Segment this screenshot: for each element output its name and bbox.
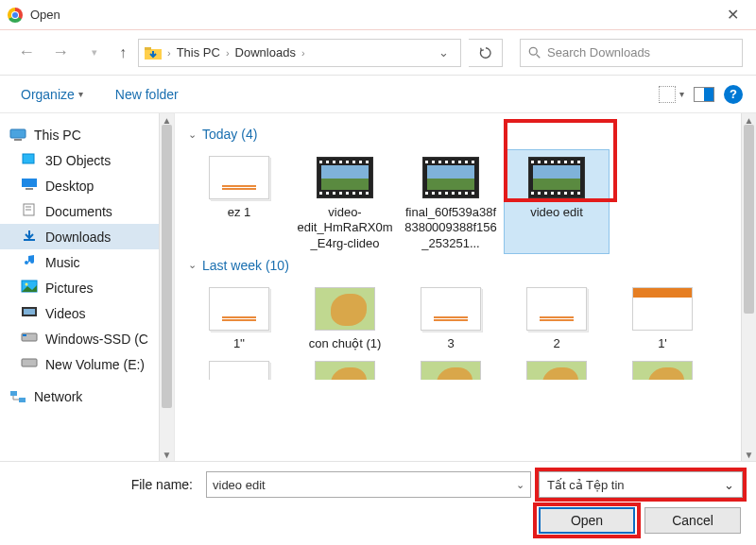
- titlebar: Open ✕: [0, 0, 756, 30]
- open-button[interactable]: Open: [539, 507, 635, 534]
- body: This PC 3D ObjectsDesktopDocumentsDownlo…: [0, 113, 756, 461]
- tree-item-documents[interactable]: Documents: [0, 198, 174, 224]
- search-box[interactable]: Search Downloads: [520, 39, 743, 67]
- preview-pane-button[interactable]: [694, 87, 714, 102]
- svg-rect-7: [22, 179, 37, 187]
- search-icon: [528, 46, 541, 60]
- tree-item-videos[interactable]: Videos: [0, 300, 174, 326]
- path-sep-icon: ›: [162, 47, 177, 59]
- view-mode-button[interactable]: ▾: [659, 86, 684, 103]
- new-folder-button[interactable]: New folder: [108, 83, 186, 106]
- tree-scrollbar[interactable]: ▲ ▼: [159, 113, 174, 461]
- tree-item-desktop[interactable]: Desktop: [0, 173, 174, 198]
- svg-rect-19: [22, 359, 37, 366]
- content-scrollbar[interactable]: ▲ ▼: [741, 113, 756, 461]
- svg-point-14: [26, 283, 28, 286]
- view-grid-icon: [659, 86, 676, 103]
- group-header[interactable]: ⌄Last week (10): [186, 254, 748, 281]
- file-item[interactable]: [504, 358, 610, 381]
- tree-item-label: 3D Objects: [45, 153, 111, 168]
- footer: File name: video edit ⌄ Tất cả Tệp tin ⌄…: [0, 461, 756, 543]
- scroll-thumb[interactable]: [744, 125, 754, 314]
- file-name-input[interactable]: video edit ⌄: [206, 471, 531, 498]
- path-segment-root[interactable]: This PC: [177, 45, 220, 60]
- pc-icon: [9, 128, 26, 142]
- desktop-icon: [21, 178, 38, 194]
- tree-item-3d-objects[interactable]: 3D Objects: [0, 147, 174, 173]
- file-label: video-edit_HmRaRX0m_E4rg-clideo: [297, 205, 393, 251]
- cancel-button[interactable]: Cancel: [644, 507, 741, 534]
- file-item[interactable]: con chuột (1): [292, 281, 398, 354]
- svg-rect-4: [10, 129, 26, 138]
- file-item[interactable]: [610, 358, 715, 381]
- nav-bar: ← → ▾ ↑ › This PC › Downloads › ⌄ Search…: [0, 30, 756, 76]
- file-type-filter[interactable]: Tất cả Tệp tin ⌄: [539, 471, 743, 498]
- music-icon: [21, 254, 38, 270]
- network-icon: [9, 390, 26, 403]
- chevron-down-icon[interactable]: ⌄: [724, 478, 734, 492]
- file-label: 1'': [191, 336, 287, 351]
- svg-rect-1: [145, 47, 151, 50]
- file-item[interactable]: [398, 358, 504, 381]
- file-item[interactable]: video-edit_HmRaRX0m_E4rg-clideo: [292, 149, 398, 254]
- hdd-icon: [21, 356, 38, 372]
- tree-network[interactable]: Network: [0, 384, 174, 409]
- downloads-folder-icon: [145, 46, 162, 60]
- dl-icon: [21, 229, 38, 245]
- file-item[interactable]: video edit: [504, 149, 610, 254]
- svg-rect-16: [24, 309, 35, 315]
- chevron-down-icon: ▾: [679, 89, 684, 99]
- search-placeholder: Search Downloads: [547, 45, 650, 60]
- video-icon: [21, 305, 38, 321]
- tree-item-downloads[interactable]: Downloads: [0, 224, 174, 249]
- file-name-label: File name:: [13, 477, 198, 492]
- file-label: 3: [403, 336, 499, 351]
- organize-button[interactable]: Organize ▾: [13, 83, 91, 106]
- file-label: video edit: [508, 205, 605, 220]
- nav-forward: →: [47, 40, 74, 66]
- path-sep-icon: ›: [296, 47, 311, 59]
- file-item[interactable]: 3: [398, 281, 504, 354]
- path-segment-current[interactable]: Downloads: [235, 45, 296, 60]
- tree-item-label: Desktop: [45, 179, 94, 194]
- scroll-thumb[interactable]: [162, 125, 172, 408]
- nav-up[interactable]: ↑: [115, 44, 130, 61]
- address-bar[interactable]: › This PC › Downloads › ⌄: [138, 39, 461, 67]
- tree-item-label: Pictures: [45, 281, 94, 296]
- chevron-down-icon[interactable]: ⌄: [516, 479, 524, 491]
- svg-rect-8: [26, 188, 33, 190]
- help-button[interactable]: ?: [724, 85, 743, 104]
- file-item[interactable]: [186, 358, 292, 381]
- tree-this-pc[interactable]: This PC: [0, 123, 174, 147]
- nav-history-drop[interactable]: ▾: [81, 40, 108, 66]
- group-header[interactable]: ⌄Today (4): [186, 123, 748, 149]
- refresh-button[interactable]: [469, 39, 503, 67]
- tree-item-pictures[interactable]: Pictures: [0, 275, 174, 300]
- chevron-down-icon: ⌄: [188, 128, 197, 141]
- file-list: ⌄Today (4)ez 1video-edit_HmRaRX0m_E4rg-c…: [175, 113, 756, 461]
- tree-item-label: Music: [45, 255, 80, 270]
- address-dropdown[interactable]: ⌄: [433, 45, 455, 60]
- tree-item-windows-ssd-c[interactable]: Windows-SSD (C: [0, 326, 174, 351]
- tree-item-new-volume-e-[interactable]: New Volume (E:): [0, 351, 174, 377]
- file-item[interactable]: ez 1: [186, 149, 292, 254]
- doc-icon: [21, 203, 38, 219]
- file-item[interactable]: 1'': [186, 281, 292, 354]
- file-item[interactable]: 1': [610, 281, 715, 354]
- file-label: ez 1: [191, 205, 287, 220]
- chrome-icon: [8, 8, 23, 23]
- close-button[interactable]: ✕: [717, 2, 748, 27]
- scroll-down-icon[interactable]: ▼: [160, 448, 174, 461]
- scroll-down-icon[interactable]: ▼: [742, 448, 756, 461]
- file-item[interactable]: [292, 358, 398, 381]
- tree-item-label: Documents: [45, 204, 112, 219]
- refresh-icon: [479, 46, 492, 60]
- group-label: Last week (10): [202, 258, 289, 273]
- tree-item-music[interactable]: Music: [0, 249, 174, 275]
- tree-item-label: Windows-SSD (C: [45, 332, 148, 347]
- svg-rect-5: [14, 139, 22, 141]
- svg-rect-6: [23, 154, 34, 163]
- nav-back[interactable]: ←: [13, 40, 40, 66]
- file-item[interactable]: final_60f539a38f8380009388f156_253251...: [398, 149, 504, 254]
- file-item[interactable]: 2: [504, 281, 610, 354]
